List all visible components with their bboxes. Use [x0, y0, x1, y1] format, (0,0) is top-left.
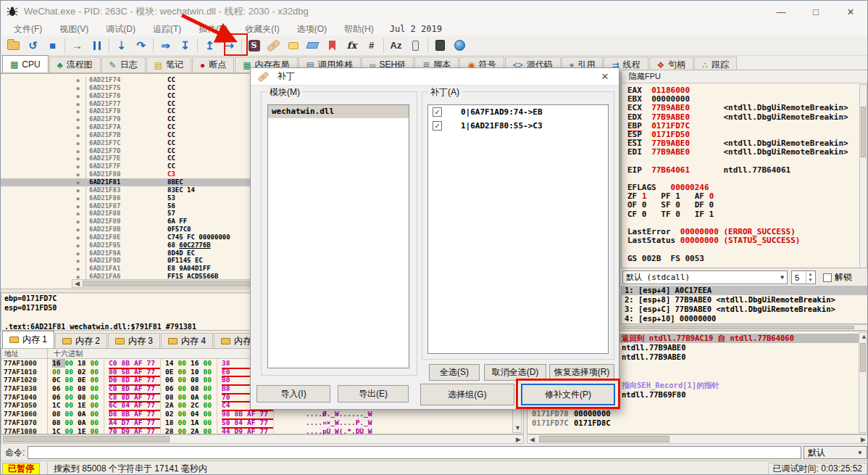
spinner-arrows-icon[interactable]: ▲▼ — [806, 271, 814, 283]
stack-row[interactable]: 0171FD7C0171FD8C — [527, 418, 868, 428]
argument-count-spinner[interactable]: 5 ▲▼ — [791, 270, 816, 284]
register-line[interactable]: LastStatus 00000000 (STATUS_SUCCESS) — [622, 236, 868, 245]
tab-日志[interactable]: ✎日志 — [101, 57, 146, 73]
comments-button[interactable] — [283, 36, 303, 54]
disasm-address: 6AD21F81 — [86, 178, 134, 186]
tab-流程图[interactable]: ♣流程图 — [49, 57, 101, 73]
export-button[interactable]: 导出(E) — [338, 385, 409, 402]
minimize-button[interactable]: — — [764, 1, 798, 22]
argument-row[interactable]: 2: [esp+8] 77B9ABE0 <ntdll.DbgUiRemoteBr… — [622, 295, 868, 305]
dump-row[interactable]: 77AF107008000A00A4D7AF7718001A005084AF77… — [1, 418, 523, 427]
unlock-checkbox[interactable] — [823, 273, 832, 282]
register-line[interactable]: EIP 77B64061 ntdll.77B64061 — [622, 166, 868, 175]
command-input[interactable] — [28, 446, 801, 459]
dump-tab-内存 2[interactable]: 内存 2 — [55, 333, 107, 348]
stack-comment: ntdll.77B9ABE0 — [622, 352, 868, 362]
attach-button[interactable] — [406, 36, 425, 54]
tab-label: 日志 — [120, 59, 138, 71]
close-button[interactable]: ✕ — [834, 1, 867, 22]
dump-tab-内存 1[interactable]: 内存 1 — [2, 331, 54, 348]
strings-button[interactable]: Az — [386, 36, 406, 54]
import-button[interactable]: 导入(I) — [256, 385, 330, 402]
tab-笔记[interactable]: ▤笔记 — [146, 57, 191, 73]
menu-item[interactable]: 视图(V) — [51, 23, 97, 36]
restart-button[interactable]: ↺ — [23, 36, 43, 54]
memory-dump-icon — [221, 338, 230, 344]
maximize-button[interactable]: □ — [799, 1, 832, 22]
patch-icon — [257, 71, 270, 83]
menu-item[interactable]: 追踪(T) — [144, 23, 190, 36]
register-line[interactable]: EDI 77B9ABE0 <ntdll.DbgUiRemoteBreakin> — [622, 148, 868, 157]
favourites-button[interactable] — [322, 36, 342, 54]
memory-dump-icon — [62, 338, 72, 344]
argument-row[interactable]: 4: [esp+10] 00000000 — [622, 314, 868, 323]
step-out-button[interactable]: ↥ — [200, 36, 220, 54]
chevron-down-icon: ▼ — [857, 450, 863, 456]
stop-button[interactable]: ■ — [43, 36, 62, 54]
arguments-pane[interactable]: 1: [esp+4] A0C17EEA2: [esp+8] 77B9ABE0 <… — [621, 286, 868, 324]
argument-row[interactable]: 1: [esp+4] A0C17EEA — [622, 286, 868, 295]
patch-list-item[interactable]: ✓0|6A7F1AD9:74->EB — [428, 105, 608, 119]
menu-item[interactable]: 选项(O) — [288, 23, 335, 36]
dump-row[interactable]: 77AF106008000A00D88BAF7702000400988BAF77… — [1, 410, 523, 418]
disasm-bytes: CC — [134, 84, 175, 92]
patch-list[interactable]: ✓0|6A7F1AD9:74->EB✓1|6AD21F80:55->C3 — [427, 104, 609, 354]
tab-断点[interactable]: ●断点 — [192, 57, 234, 73]
select-group-button[interactable]: 选择组(G) — [420, 384, 514, 405]
command-profile-select[interactable]: 默认▼ — [804, 446, 867, 459]
dump-tab-label: 内存 3 — [128, 335, 153, 347]
calculator-button[interactable] — [430, 36, 450, 54]
restart-icon: ↺ — [28, 40, 38, 51]
labels-button[interactable] — [303, 36, 322, 54]
step-over-button[interactable]: ↷ — [131, 36, 151, 54]
disasm-bytes: 0F57C0 — [134, 226, 191, 234]
register-line[interactable]: CF 0 TF 0 IF 1 — [622, 210, 868, 219]
module-list-item[interactable]: wechatwin.dll — [268, 105, 409, 118]
patch-checkbox[interactable]: ✓ — [433, 121, 442, 131]
dump-byte-group: 06000800 — [165, 384, 217, 393]
dump-hscrollbar[interactable]: ▶ — [1, 434, 524, 444]
hash-button[interactable]: # — [362, 36, 381, 54]
toolbar-separator — [64, 38, 65, 53]
patch-dialog-titlebar[interactable]: 补丁 ✕ — [251, 68, 619, 86]
open-file-button[interactable] — [4, 36, 23, 54]
stack-hscrollbar[interactable]: ◀ ▶ — [527, 434, 868, 444]
run-to-cursor-button[interactable]: ⇒ — [156, 36, 175, 54]
functions-button[interactable]: fx — [342, 36, 362, 54]
stack-vscrollbar[interactable]: ▲ — [859, 332, 867, 433]
disasm-bytes: 0F1145 EC — [134, 257, 203, 265]
dump-tab-内存 4[interactable]: 内存 4 — [161, 333, 213, 348]
stack-comment: 指向SEH_Record[1]的指针 — [622, 381, 868, 390]
select-all-button[interactable]: 全选(S) — [429, 364, 480, 381]
dialog-close-icon[interactable]: ✕ — [598, 71, 612, 83]
arguments-hscrollbar[interactable] — [621, 324, 868, 331]
handles-icon: ❖ — [657, 61, 665, 70]
internet-button[interactable] — [450, 36, 470, 54]
run-to-cursor-icon: ⇒ — [161, 40, 170, 51]
argument-row[interactable]: 3: [esp+C] 77B9ABE0 <ntdll.DbgUiRemoteBr… — [622, 305, 868, 314]
memory-dump-icon — [168, 338, 178, 344]
stack-row[interactable]: 0171FD7800000000 — [527, 409, 868, 418]
module-list[interactable]: wechatwin.dll — [267, 104, 409, 368]
menu-item[interactable]: 文件(F) — [5, 23, 51, 36]
calling-convention-select[interactable]: 默认 (stdcall)▼ — [622, 270, 788, 284]
patch-checkbox[interactable]: ✓ — [433, 107, 442, 117]
hide-fpu-button[interactable]: 隐藏FPU — [622, 70, 868, 83]
unlock-label: 解锁 — [835, 271, 852, 284]
register-line[interactable]: GS 002B FS 0053 — [622, 255, 868, 263]
disasm-bytes: CC — [134, 147, 175, 155]
patch-button[interactable] — [264, 36, 283, 54]
run-button[interactable]: → — [67, 36, 87, 54]
step-into-button[interactable]: ⇣ — [112, 36, 131, 54]
pause-button[interactable] — [87, 36, 107, 54]
menu-item[interactable]: 调试(D) — [97, 23, 144, 36]
execute-till-return-button[interactable]: ↧ — [175, 36, 195, 54]
dump-tab-内存 3[interactable]: 内存 3 — [108, 333, 160, 348]
disasm-address: 6AD21F80 — [86, 170, 134, 178]
status-bar: 已暂停 搜索到 85008 个字符串于 17141 毫秒内 已调试时间: 0:0… — [1, 460, 868, 475]
tab-CPU[interactable]: ▦CPU — [2, 55, 49, 73]
menu-bar: 文件(F)视图(V)调试(D)追踪(T)插件(P)收藏夹(I)选项(O)帮助(H… — [1, 22, 868, 36]
menu-item[interactable]: 帮助(H) — [335, 23, 383, 36]
memory-dump-icon — [115, 338, 125, 344]
patch-list-item[interactable]: ✓1|6AD21F80:55->C3 — [428, 119, 608, 133]
